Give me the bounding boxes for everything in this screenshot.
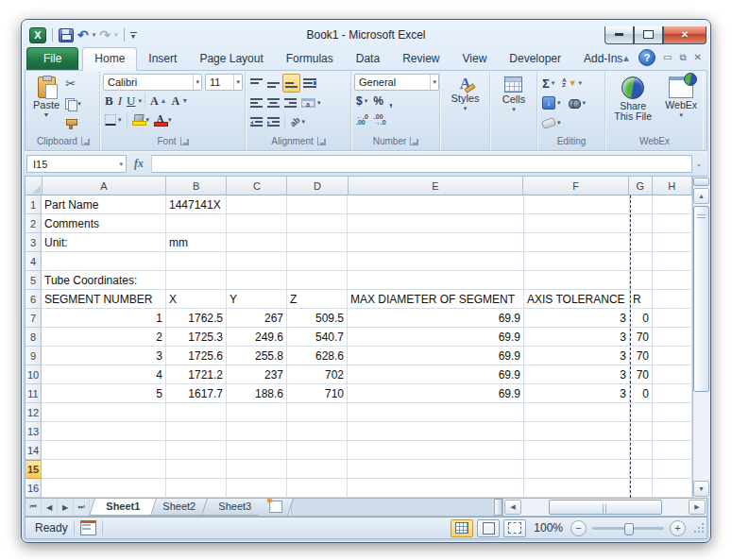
row-header-16[interactable]: 16	[26, 479, 42, 498]
cell-D1[interactable]	[287, 195, 348, 214]
zoom-slider[interactable]	[592, 527, 664, 530]
grow-font-button[interactable]: A▲	[148, 93, 169, 110]
excel-logo-icon[interactable]: X	[29, 27, 46, 43]
merge-center-button[interactable]: a▾	[299, 94, 323, 111]
cell-G6[interactable]: R	[630, 290, 653, 309]
save-icon[interactable]	[59, 28, 74, 42]
column-header-A[interactable]: A	[43, 177, 166, 195]
align-center-button[interactable]	[265, 94, 281, 111]
webex-button[interactable]: WebEx ▾	[661, 74, 701, 119]
tab-view[interactable]: View	[451, 48, 499, 70]
previous-sheet-icon[interactable]: ◀	[42, 499, 58, 516]
workbook-close-icon[interactable]: ✕	[694, 53, 702, 62]
cell-D4[interactable]	[287, 252, 348, 271]
cell-A2[interactable]: Comments	[42, 214, 166, 233]
scroll-down-icon[interactable]: ▼	[693, 481, 709, 497]
cell-F2[interactable]	[524, 214, 630, 233]
cell-C7[interactable]: 267	[227, 309, 287, 328]
cell-H14[interactable]	[653, 441, 692, 460]
copy-button[interactable]: ▾	[63, 95, 83, 112]
cell-H11[interactable]	[653, 384, 692, 403]
cell-D3[interactable]	[287, 233, 348, 252]
cell-G13[interactable]	[630, 422, 653, 441]
cell-D14[interactable]	[287, 441, 348, 460]
cell-F14[interactable]	[524, 441, 630, 460]
workbook-minimize-icon[interactable]: ▭	[663, 53, 672, 62]
name-box-dropdown-icon[interactable]: ▾	[116, 161, 126, 167]
cell-D16[interactable]	[287, 479, 348, 498]
number-dialog-launcher-icon[interactable]	[410, 137, 418, 145]
sheet-tab-sheet3[interactable]: Sheet3	[201, 499, 268, 516]
decrease-decimal-button[interactable]: .00→.0	[372, 111, 388, 128]
cell-E5[interactable]	[348, 271, 524, 290]
font-size-combo[interactable]: 11▾	[205, 74, 243, 91]
cell-D8[interactable]: 540.7	[287, 328, 348, 347]
cell-D7[interactable]: 509.5	[287, 309, 348, 328]
insert-function-button[interactable]: fx	[127, 157, 151, 171]
cell-D9[interactable]: 628.6	[287, 347, 348, 365]
accounting-format-button[interactable]: $▾	[354, 93, 369, 110]
row-header-12[interactable]: 12	[26, 403, 42, 422]
fill-color-button[interactable]: ▾	[130, 111, 152, 128]
align-left-button[interactable]	[248, 94, 264, 111]
cell-A6[interactable]: SEGMENT NUMBER	[42, 290, 166, 309]
cell-B5[interactable]	[166, 271, 227, 290]
cell-C5[interactable]	[227, 271, 287, 290]
font-color-button[interactable]: A▾	[152, 111, 174, 128]
cell-F3[interactable]	[524, 233, 630, 252]
column-header-D[interactable]: D	[287, 177, 348, 195]
cell-B15[interactable]	[166, 460, 227, 479]
cell-B13[interactable]	[166, 422, 227, 441]
fill-button[interactable]: ↓▾	[540, 94, 563, 111]
cell-E7[interactable]: 69.9	[348, 309, 524, 328]
cell-G9[interactable]: 70	[630, 347, 653, 365]
close-button[interactable]: ✕	[663, 26, 706, 44]
row-header-9[interactable]: 9	[26, 347, 42, 365]
cell-G14[interactable]	[630, 441, 653, 460]
cell-D11[interactable]: 710	[287, 384, 348, 403]
redo-icon[interactable]: ↷	[99, 29, 111, 41]
cell-F4[interactable]	[524, 252, 630, 271]
font-dialog-launcher-icon[interactable]	[180, 137, 189, 145]
cell-G1[interactable]	[630, 195, 653, 214]
cell-D6[interactable]: Z	[287, 290, 348, 309]
cell-E15[interactable]	[348, 460, 524, 479]
cell-G11[interactable]: 0	[630, 384, 653, 403]
zoom-out-icon[interactable]: −	[570, 520, 587, 536]
align-right-button[interactable]	[282, 94, 298, 111]
next-sheet-icon[interactable]: ▶	[58, 499, 74, 516]
percent-style-button[interactable]: %	[371, 93, 385, 110]
row-header-11[interactable]: 11	[26, 384, 42, 403]
horizontal-scroll-thumb[interactable]	[549, 500, 662, 515]
cell-H2[interactable]	[653, 214, 692, 233]
cell-H7[interactable]	[653, 309, 692, 328]
cell-G16[interactable]	[630, 479, 653, 498]
vertical-scroll-thumb[interactable]	[693, 206, 709, 392]
orientation-button[interactable]: ab▾	[288, 113, 307, 130]
cell-A14[interactable]	[42, 441, 166, 460]
tab-formulas[interactable]: Formulas	[275, 48, 345, 70]
font-name-combo[interactable]: Calibri▾	[103, 74, 202, 91]
last-sheet-icon[interactable]: ⏭	[74, 499, 90, 516]
cell-B9[interactable]: 1725.6	[166, 347, 227, 365]
cell-B12[interactable]	[166, 403, 227, 422]
cell-F6[interactable]: AXIS TOLERANCE	[524, 290, 630, 309]
cell-B1[interactable]: 1447141X	[166, 195, 227, 214]
cell-G4[interactable]	[630, 252, 653, 271]
cell-E13[interactable]	[348, 422, 524, 441]
insert-worksheet-button[interactable]	[259, 499, 294, 516]
cell-C3[interactable]	[227, 233, 287, 252]
cell-E12[interactable]	[348, 403, 524, 422]
increase-indent-button[interactable]	[265, 113, 281, 130]
cells-button[interactable]: Cells ▾	[499, 74, 529, 113]
top-align-button[interactable]	[248, 75, 264, 92]
styles-button[interactable]: A Styles ▾	[448, 74, 484, 112]
cell-F16[interactable]	[524, 479, 630, 498]
comma-style-button[interactable]: ,	[387, 93, 395, 110]
scroll-right-icon[interactable]: ▶	[689, 500, 706, 515]
cell-C2[interactable]	[227, 214, 287, 233]
cell-C4[interactable]	[227, 252, 287, 271]
workbook-restore-icon[interactable]: ⧉	[679, 53, 686, 62]
cell-H8[interactable]	[653, 328, 692, 347]
cell-F12[interactable]	[524, 403, 630, 422]
